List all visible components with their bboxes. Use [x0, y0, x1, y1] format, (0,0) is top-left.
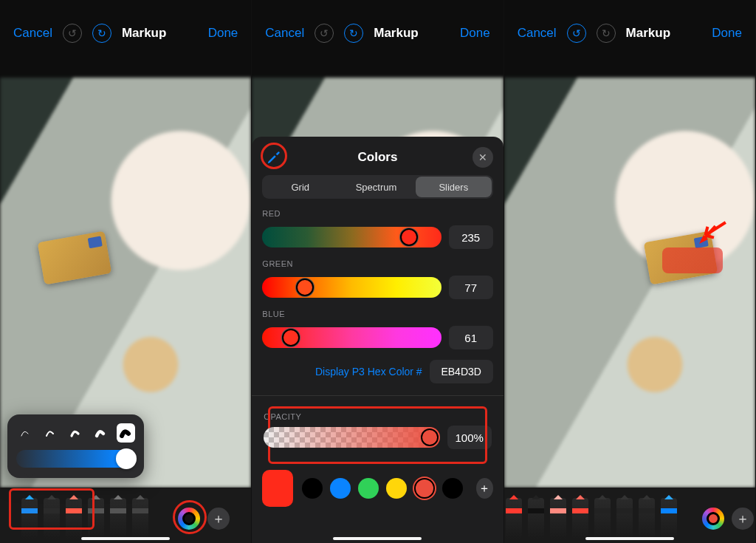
cancel-button[interactable]: Cancel	[13, 26, 52, 41]
annotation-highlight-tools	[9, 488, 94, 530]
add-tool-button[interactable]: ＋	[207, 508, 230, 530]
swatch[interactable]	[330, 478, 351, 499]
redo-icon: ↻	[597, 24, 616, 43]
redo-icon[interactable]: ↻	[344, 24, 363, 43]
home-indicator	[333, 537, 422, 540]
close-icon[interactable]: ✕	[472, 147, 493, 168]
green-value[interactable]: 77	[449, 276, 493, 299]
red-label: RED	[262, 209, 492, 218]
tool-lasso[interactable]	[110, 498, 126, 539]
tool-lasso[interactable]	[616, 498, 633, 539]
blue-value[interactable]: 61	[449, 326, 493, 349]
tool-ruler[interactable]	[132, 498, 148, 539]
hex-label[interactable]: Display P3 Hex Color #	[315, 366, 422, 378]
home-indicator	[81, 537, 170, 540]
done-button[interactable]: Done	[460, 26, 490, 41]
hex-value[interactable]: EB4D3D	[430, 360, 493, 383]
brush-size-xs[interactable]	[16, 423, 35, 443]
annotation-highlight-color-ring	[173, 500, 207, 534]
swatch[interactable]	[414, 478, 435, 499]
page-title: Markup	[122, 26, 166, 41]
undo-icon: ↺	[63, 24, 82, 43]
eyedropper-button[interactable]	[262, 146, 286, 169]
opacity-slider[interactable]	[264, 427, 439, 448]
red-value[interactable]: 235	[449, 225, 493, 249]
undo-icon: ↺	[315, 24, 334, 43]
brush-size-l[interactable]	[92, 423, 110, 443]
cancel-button[interactable]: Cancel	[518, 26, 557, 41]
tool-highlighter[interactable]	[550, 498, 566, 539]
color-mode-segmented[interactable]: Grid Spectrum Sliders	[262, 175, 492, 199]
blue-slider[interactable]	[262, 327, 441, 348]
blue-label: BLUE	[262, 310, 492, 318]
screenshot-panel-1: Cancel ↺ ↻ Markup Done ＋	[0, 0, 252, 543]
tool-shelf: ＋	[504, 488, 755, 543]
green-label: GREEN	[262, 259, 492, 268]
cancel-button[interactable]: Cancel	[265, 26, 304, 41]
page-title: Markup	[626, 26, 670, 41]
done-button[interactable]: Done	[712, 26, 742, 41]
brush-size-row	[16, 423, 135, 443]
tool-eraser[interactable]	[594, 498, 611, 539]
color-picker-button[interactable]	[702, 508, 724, 530]
color-picker-sheet: Colors ✕ Grid Spectrum Sliders RED 235 G…	[252, 137, 503, 543]
swatch[interactable]	[302, 478, 323, 499]
tool-ruler[interactable]	[639, 498, 655, 539]
home-indicator	[585, 537, 674, 540]
tab-spectrum[interactable]: Spectrum	[338, 175, 414, 199]
brush-size-s[interactable]	[41, 423, 60, 443]
current-color-swatch	[262, 470, 292, 507]
tool-pencil[interactable]	[572, 498, 588, 539]
add-swatch-button[interactable]: ＋	[476, 478, 493, 499]
tool-crayon[interactable]	[661, 498, 677, 539]
nav-bar: Cancel ↺ ↻ Markup Done	[252, 0, 503, 66]
green-slider[interactable]	[262, 277, 441, 298]
brush-options-popover	[7, 414, 144, 478]
nav-bar: Cancel ↺ ↻ Markup Done	[504, 0, 755, 66]
screenshot-panel-3: Cancel ↺ ↻ Markup Done ＋	[504, 0, 756, 543]
canvas-image[interactable]	[504, 78, 755, 488]
swatch[interactable]	[386, 478, 407, 499]
sheet-title: Colors	[358, 150, 398, 165]
slider-knob[interactable]	[116, 448, 137, 469]
add-tool-button[interactable]: ＋	[732, 508, 754, 530]
annotation-highlight-eyedropper	[261, 143, 287, 169]
swatch[interactable]	[442, 478, 463, 499]
nav-bar: Cancel ↺ ↻ Markup Done	[0, 0, 251, 66]
tab-grid[interactable]: Grid	[262, 175, 338, 199]
slider-knob[interactable]	[421, 428, 439, 446]
undo-icon[interactable]: ↺	[567, 24, 586, 43]
brush-size-m[interactable]	[66, 423, 85, 443]
page-title: Markup	[374, 26, 418, 41]
annotation-arrow-icon	[693, 214, 727, 251]
tab-sliders[interactable]: Sliders	[416, 177, 492, 197]
done-button[interactable]: Done	[208, 26, 238, 41]
tool-pen[interactable]	[506, 498, 522, 539]
swatch[interactable]	[358, 478, 379, 499]
tool-marker[interactable]	[528, 498, 544, 539]
red-slider[interactable]	[262, 227, 441, 247]
redo-icon[interactable]: ↻	[92, 24, 111, 43]
brush-size-xl[interactable]	[117, 423, 135, 443]
brush-opacity-slider[interactable]	[16, 450, 135, 468]
screenshot-panel-2: Cancel ↺ ↻ Markup Done Colors ✕ Grid Spe…	[252, 0, 504, 543]
markup-stroke	[662, 247, 723, 273]
swatch-row: ＋	[262, 470, 492, 507]
